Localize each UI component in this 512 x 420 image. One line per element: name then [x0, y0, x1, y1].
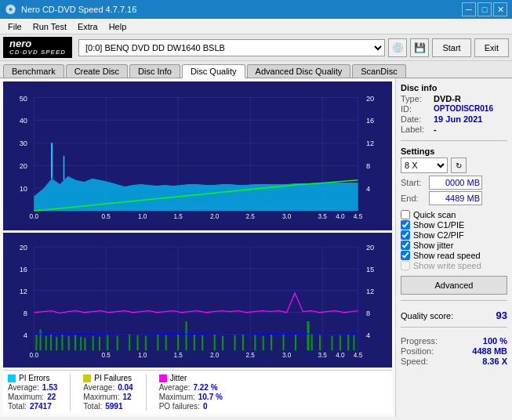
pi-errors-max-label: Maximum:	[8, 393, 44, 401]
start-mb-row: Start:	[401, 176, 507, 190]
svg-text:20: 20	[20, 244, 27, 252]
menu-run-test[interactable]: Run Test	[28, 21, 71, 32]
svg-rect-74	[68, 335, 70, 350]
chart-bottom-svg: 20 16 12 8 4 20 15 12 8 4 0.0 0.5 1.0 1.…	[3, 233, 392, 368]
svg-rect-77	[84, 337, 85, 350]
show-c2-pif-checkbox[interactable]	[401, 230, 410, 240]
svg-text:12: 12	[366, 288, 374, 295]
tab-advanced-disc-quality[interactable]: Advanced Disc Quality	[247, 64, 351, 78]
quick-scan-label[interactable]: Quick scan	[413, 210, 456, 219]
svg-rect-94	[242, 334, 244, 350]
pi-errors-label: PI Errors	[19, 374, 49, 382]
disc-label-value: -	[434, 125, 437, 134]
svg-rect-104	[340, 335, 341, 350]
svg-rect-102	[319, 335, 321, 350]
end-mb-input[interactable]	[429, 191, 482, 205]
svg-rect-99	[295, 334, 296, 350]
svg-text:4.5: 4.5	[354, 213, 363, 220]
svg-rect-83	[137, 335, 139, 350]
svg-rect-91	[214, 334, 216, 350]
quick-scan-row: Quick scan	[401, 210, 507, 219]
chart-top: 50 40 30 20 10 20 16 12 8 4 0.0 0.5 1.0 …	[3, 81, 392, 230]
pi-failures-max-label: Maximum:	[83, 393, 119, 401]
show-c1-pie-label[interactable]: Show C1/PIE	[413, 220, 464, 230]
pi-failures-avg-label: Average:	[83, 383, 114, 392]
show-c1-pie-checkbox[interactable]	[401, 220, 410, 230]
tab-benchmark[interactable]: Benchmark	[3, 64, 64, 78]
svg-rect-68	[35, 334, 37, 350]
svg-rect-101	[311, 334, 313, 350]
show-read-speed-label[interactable]: Show read speed	[413, 251, 481, 260]
svg-text:20: 20	[366, 244, 374, 252]
pi-failures-max-value: 12	[122, 393, 131, 401]
disc-date-label: Date:	[401, 114, 430, 124]
progress-value: 100 %	[483, 336, 507, 346]
disc-info-section: Disc info Type: DVD-R ID: OPTODISCR016 D…	[401, 83, 507, 135]
tab-disc-quality[interactable]: Disc Quality	[182, 64, 245, 78]
speed-label: Speed:	[401, 357, 428, 366]
drive-selector[interactable]: [0:0] BENQ DVD DD DW1640 BSLB	[78, 39, 385, 56]
svg-rect-72	[56, 336, 57, 350]
start-button[interactable]: Start	[432, 38, 470, 57]
svg-text:0.5: 0.5	[101, 213, 111, 220]
svg-text:0.5: 0.5	[101, 351, 111, 358]
svg-rect-84	[145, 335, 147, 350]
show-jitter-label[interactable]: Show jitter	[413, 241, 453, 250]
speed-selector[interactable]: 8 X 4 X 6 X 12 X 16 X	[401, 158, 448, 173]
svg-text:12: 12	[20, 288, 27, 295]
svg-text:3.5: 3.5	[318, 213, 327, 220]
tab-scandisc[interactable]: ScanDisc	[352, 64, 405, 78]
svg-rect-73	[61, 334, 63, 350]
jitter-color	[159, 375, 167, 382]
disc-icon-button[interactable]: 💿	[388, 38, 407, 57]
svg-rect-82	[129, 334, 130, 350]
start-mb-input[interactable]	[429, 176, 482, 190]
svg-text:0.0: 0.0	[30, 351, 39, 358]
menu-help[interactable]: Help	[104, 21, 132, 32]
position-label: Position:	[401, 346, 434, 356]
minimize-button[interactable]: ─	[462, 2, 476, 16]
position-row: Position: 4488 MB	[401, 346, 507, 356]
disc-id-label: ID:	[401, 104, 430, 114]
jitter-avg-label: Average:	[159, 383, 191, 392]
refresh-button[interactable]: ↻	[451, 158, 467, 173]
svg-rect-75	[74, 335, 76, 350]
svg-text:3.0: 3.0	[282, 213, 292, 220]
svg-rect-106	[353, 335, 354, 350]
maximize-button[interactable]: □	[478, 2, 492, 16]
svg-rect-100	[307, 321, 310, 350]
disc-info-title: Disc info	[401, 83, 507, 92]
start-mb-label: Start:	[401, 178, 426, 187]
svg-text:3.5: 3.5	[318, 351, 327, 358]
svg-rect-88	[186, 321, 187, 350]
show-read-speed-checkbox[interactable]	[401, 251, 410, 260]
tab-create-disc[interactable]: Create Disc	[66, 64, 128, 78]
show-jitter-checkbox[interactable]	[401, 241, 410, 250]
pi-failures-avg-value: 0.04	[118, 383, 133, 392]
svg-text:20: 20	[366, 95, 374, 103]
svg-rect-105	[347, 334, 349, 350]
close-button[interactable]: ✕	[493, 2, 507, 16]
pi-failures-label: PI Failures	[94, 374, 132, 382]
tab-disc-info[interactable]: Disc Info	[129, 64, 180, 78]
menu-extra[interactable]: Extra	[73, 21, 103, 32]
svg-text:2.0: 2.0	[210, 351, 220, 358]
settings-title: Settings	[401, 147, 507, 156]
jitter-max-label: Maximum:	[159, 393, 195, 401]
show-c1-row: Show C1/PIE	[401, 220, 507, 230]
title-bar-left: 💿 Nero CD-DVD Speed 4.7.7.16	[5, 4, 136, 15]
exit-button[interactable]: Exit	[474, 38, 509, 57]
quality-score-row: Quality score: 93	[401, 310, 507, 321]
progress-section: Progress: 100 % Position: 4488 MB Speed:…	[401, 336, 507, 367]
svg-rect-89	[194, 334, 195, 350]
disc-date-row: Date: 19 Jun 2021	[401, 114, 507, 124]
show-read-row: Show read speed	[401, 251, 507, 260]
show-c2-pif-label[interactable]: Show C2/PIF	[413, 230, 464, 240]
quick-scan-checkbox[interactable]	[401, 210, 410, 219]
show-write-speed-label: Show write speed	[413, 261, 481, 270]
save-button[interactable]: 💾	[410, 38, 429, 57]
chart-bottom: 20 16 12 8 4 20 15 12 8 4 0.0 0.5 1.0 1.…	[3, 233, 392, 368]
advanced-button[interactable]: Advanced	[401, 276, 507, 295]
menu-file[interactable]: File	[3, 21, 27, 32]
charts-area: 50 40 30 20 10 20 16 12 8 4 0.0 0.5 1.0 …	[0, 78, 396, 417]
